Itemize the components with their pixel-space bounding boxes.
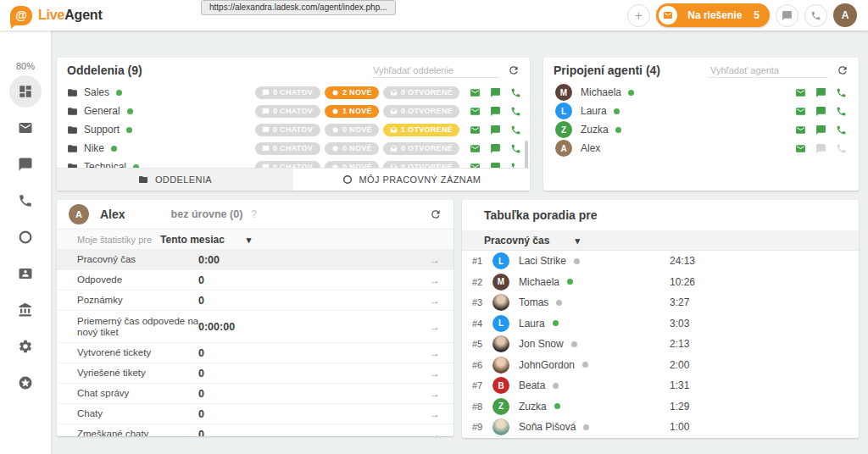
chat-icon[interactable] xyxy=(490,143,501,154)
leaderboard-row[interactable]: #6JohnGordon2:00 xyxy=(462,355,859,376)
new-tickets-badge[interactable]: 0 NOVÉ xyxy=(325,124,379,136)
new-tickets-badge[interactable]: 1 NOVÉ xyxy=(325,105,379,118)
liveagent-logo[interactable]: @ LiveAgent xyxy=(10,6,103,25)
to-solve-button[interactable]: Na riešenie 5 xyxy=(656,3,770,27)
phone-icon[interactable] xyxy=(836,106,847,117)
mail-icon[interactable] xyxy=(795,125,806,136)
my-stats-panel: A Alex bez úrovne (0) ? Moje štatistiky … xyxy=(57,200,453,436)
stat-row[interactable]: Chat správy0 xyxy=(57,384,453,404)
open-tickets-badge[interactable]: 0 OTVORENÉ xyxy=(383,105,459,118)
chat-icon[interactable] xyxy=(490,125,501,136)
mail-icon[interactable] xyxy=(795,143,806,154)
stat-row[interactable]: Pracovný čas0:00 xyxy=(57,250,453,270)
chat-icon[interactable] xyxy=(815,143,826,154)
stat-row[interactable]: Odpovede0 xyxy=(57,270,453,291)
mail-icon[interactable] xyxy=(795,87,806,98)
nav-contacts[interactable] xyxy=(9,257,42,290)
avatar: L xyxy=(492,252,509,269)
nav-chats[interactable] xyxy=(9,148,42,180)
phone-icon[interactable] xyxy=(836,125,847,136)
chat-icon[interactable] xyxy=(490,106,501,117)
mail-icon[interactable] xyxy=(795,106,806,117)
refresh-button[interactable] xyxy=(837,64,849,76)
mail-icon[interactable] xyxy=(470,106,481,117)
stats-filter-label: Moje štatistiky pre xyxy=(77,235,152,245)
leaderboard-row[interactable]: #7BBeata1:31 xyxy=(462,375,859,396)
agent-search-input[interactable] xyxy=(709,64,828,78)
status-dot xyxy=(116,90,122,96)
open-tickets-badge[interactable]: 0 OTVORENÉ xyxy=(383,142,459,155)
department-row[interactable]: Sales 0 CHATOV 2 NOVÉ 0 OTVORENÉ xyxy=(57,83,530,102)
user-avatar[interactable]: A xyxy=(833,3,857,27)
nav-knowledge-base[interactable] xyxy=(9,294,42,326)
agent-row[interactable]: Z Zuzka xyxy=(543,120,859,139)
leaderboard-row[interactable]: #9Soňa Pišová1:00 xyxy=(462,417,859,438)
mail-icon[interactable] xyxy=(470,143,481,154)
leaderboard-row[interactable]: #3Tomas3:27 xyxy=(462,292,859,313)
refresh-button[interactable] xyxy=(508,64,520,76)
chats-badge[interactable]: 0 CHATOV xyxy=(255,86,320,99)
leaderboard-row[interactable]: #2MMichaela10:26 xyxy=(462,272,859,293)
leaderboard-metric-dropdown[interactable]: Pracovný čas xyxy=(462,230,859,251)
nav-achievements[interactable] xyxy=(9,367,42,399)
chat-icon[interactable] xyxy=(815,106,826,117)
chats-badge[interactable]: 0 CHATOV xyxy=(255,124,320,136)
nav-tickets[interactable] xyxy=(9,112,42,144)
stat-row[interactable]: Zmeškané chaty0 xyxy=(57,424,453,436)
agent-name: Laura xyxy=(581,105,607,117)
phone-icon[interactable] xyxy=(510,87,521,98)
department-row[interactable]: Nike 0 CHATOV 0 NOVÉ 0 OTVORENÉ xyxy=(57,139,530,158)
stat-row[interactable]: Vyriešené tikety0 xyxy=(57,363,453,384)
stat-row[interactable]: Poznámky0 xyxy=(57,291,453,311)
department-search-input[interactable] xyxy=(372,64,499,78)
chat-icon[interactable] xyxy=(490,87,501,98)
chat-icon[interactable] xyxy=(815,125,826,136)
phone-icon[interactable] xyxy=(510,125,521,136)
leaderboard-row[interactable]: #5Jon Snow2:13 xyxy=(462,334,859,355)
chats-button[interactable] xyxy=(776,4,798,27)
status-dot xyxy=(614,108,620,114)
phone-icon[interactable] xyxy=(510,143,521,154)
agent-row[interactable]: A Alex xyxy=(543,139,859,158)
department-row[interactable]: General 0 CHATOV 1 NOVÉ 0 OTVORENÉ xyxy=(57,102,530,120)
agent-row[interactable]: L Laura xyxy=(543,102,859,120)
arrow-right-icon xyxy=(430,429,440,437)
help-icon[interactable]: ? xyxy=(251,208,257,220)
nav-calls[interactable] xyxy=(9,185,42,217)
nav-history[interactable] xyxy=(9,221,42,253)
nav-dashboard[interactable] xyxy=(9,75,42,108)
refresh-button[interactable] xyxy=(430,208,442,220)
department-row[interactable]: Support 0 CHATOV 0 NOVÉ 1 OTVORENÉ xyxy=(57,120,530,139)
tab-my-work-record[interactable]: MÔJ PRACOVNÝ ZÁZNAM xyxy=(293,169,530,191)
stats-period-value: Tento mesiac xyxy=(160,234,251,246)
phone-icon[interactable] xyxy=(836,87,847,98)
department-name: Nike xyxy=(84,142,104,154)
phone-icon[interactable] xyxy=(836,143,847,154)
stat-row[interactable]: Chaty0 xyxy=(57,404,453,424)
leaderboard-row[interactable]: #8ZZuzka1:29 xyxy=(462,396,859,418)
stat-row[interactable]: Priemerný čas odpovede na nový tiket0:00… xyxy=(57,311,453,343)
chats-badge[interactable]: 0 CHATOV xyxy=(255,105,320,118)
phone-icon[interactable] xyxy=(510,106,521,117)
settings-gear-icon xyxy=(18,339,33,354)
new-tickets-badge[interactable]: 0 NOVÉ xyxy=(325,142,379,155)
chats-badge[interactable]: 0 CHATOV xyxy=(255,142,320,155)
chat-icon[interactable] xyxy=(815,87,826,98)
open-tickets-badge[interactable]: 0 OTVORENÉ xyxy=(383,86,459,99)
leaderboard-row[interactable]: #4LLaura3:03 xyxy=(462,313,859,335)
new-tickets-badge[interactable]: 2 NOVÉ xyxy=(325,86,379,99)
stat-row[interactable]: Vytvorené tickety0 xyxy=(57,343,453,363)
tab-departments[interactable]: ODDELENIA xyxy=(57,169,293,191)
mail-icon[interactable] xyxy=(470,125,481,136)
calls-button[interactable] xyxy=(804,4,827,27)
open-tickets-badge[interactable]: 1 OTVORENÉ xyxy=(383,124,459,136)
arrow-right-icon xyxy=(430,388,440,400)
agent-row[interactable]: M Michaela xyxy=(543,83,859,102)
stats-period-dropdown[interactable]: Moje štatistiky pre Tento mesiac xyxy=(57,229,453,250)
nav-settings[interactable] xyxy=(9,330,42,363)
mail-icon[interactable] xyxy=(470,87,481,98)
agent-name: Zuzka xyxy=(581,124,609,136)
leaderboard-row[interactable]: #1LLaci Strike24:13 xyxy=(462,251,859,272)
avatar-photo xyxy=(492,294,509,311)
add-button[interactable] xyxy=(627,4,650,27)
